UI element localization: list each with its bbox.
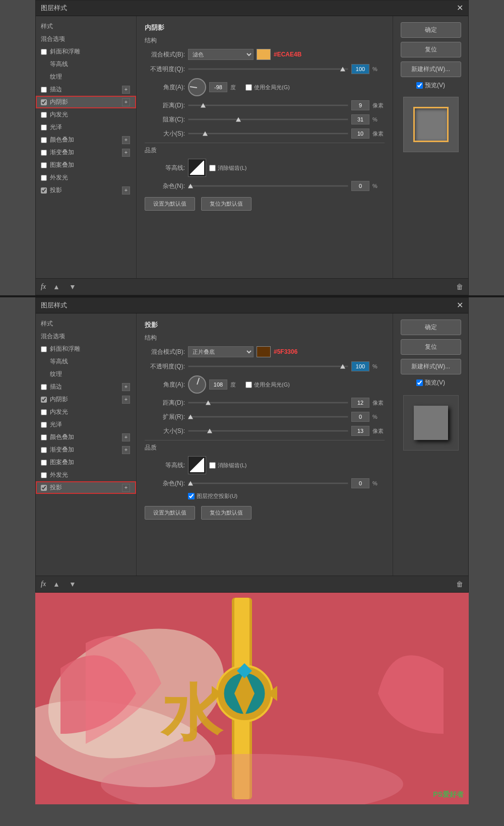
sidebar1-inner-shadow[interactable]: 内阴影 + — [36, 96, 136, 108]
sidebar1-pattern-overlay-check[interactable] — [41, 162, 47, 168]
sidebar2-inner-glow-check[interactable] — [41, 409, 47, 415]
dialog1-choke-input[interactable] — [351, 114, 369, 124]
dialog2-knockout-check[interactable] — [188, 493, 195, 499]
sidebar2-color-overlay[interactable]: 颜色叠加 + — [36, 431, 136, 443]
dialog2-reset-btn[interactable]: 复位 — [401, 339, 461, 355]
sidebar2-gradient-overlay[interactable]: 渐变叠加 + — [36, 443, 136, 456]
dialog1-noise-input[interactable] — [351, 181, 369, 191]
dialog2-antialias-label[interactable]: 消除锯齿(L) — [209, 462, 246, 469]
sidebar2-pattern-overlay[interactable]: 图案叠加 — [36, 456, 136, 469]
sidebar1-bevel-check[interactable] — [41, 49, 47, 55]
dialog2-knockout-label[interactable]: 图层挖空投影(U) — [188, 492, 237, 500]
dialog2-opacity-input[interactable] — [351, 361, 369, 371]
dialog1-reset-btn[interactable]: 复位 — [401, 42, 461, 57]
dialog2-angle-input[interactable] — [209, 379, 227, 390]
sidebar2-contour[interactable]: 等高线 — [36, 355, 136, 368]
dialog2-spread-slider[interactable] — [188, 413, 348, 420]
fx-down-btn1[interactable]: ▼ — [67, 282, 78, 292]
sidebar1-inner-shadow-add[interactable]: + — [122, 98, 130, 106]
dialog1-blend-select[interactable]: 滤色 — [188, 49, 254, 60]
sidebar1-color-overlay-add[interactable]: + — [122, 136, 130, 144]
sidebar1-outer-glow[interactable]: 外发光 — [36, 171, 136, 184]
fx-up-btn2[interactable]: ▲ — [51, 579, 62, 589]
sidebar2-inner-shadow-check[interactable] — [41, 397, 47, 403]
sidebar1-contour[interactable]: 等高线 — [36, 58, 136, 71]
sidebar2-satin-check[interactable] — [41, 422, 47, 428]
fx-down-btn2[interactable]: ▼ — [67, 579, 78, 589]
sidebar1-stroke-add[interactable]: + — [122, 86, 130, 94]
dialog2-global-light-check[interactable] — [245, 382, 252, 388]
dialog1-antialias-label[interactable]: 消除锯齿(L) — [209, 164, 246, 172]
dialog2-global-light-label[interactable]: 使用全局光(G) — [245, 381, 290, 389]
dialog1-preview-check[interactable] — [416, 82, 423, 89]
sidebar2-outer-glow[interactable]: 外发光 — [36, 469, 136, 481]
dialog1-angle-input[interactable] — [209, 82, 227, 92]
sidebar1-color-overlay-check[interactable] — [41, 137, 47, 143]
sidebar2-inner-glow[interactable]: 内发光 — [36, 406, 136, 418]
sidebar2-outer-glow-check[interactable] — [41, 472, 47, 478]
sidebar1-bevel[interactable]: 斜面和浮雕 — [36, 45, 136, 58]
dialog2-contour-preview[interactable] — [188, 456, 206, 474]
dialog1-size-slider[interactable] — [188, 130, 348, 137]
sidebar2-stroke[interactable]: 描边 + — [36, 380, 136, 393]
sidebar2-stroke-check[interactable] — [41, 384, 47, 390]
fx-trash-btn1[interactable]: 🗑 — [456, 283, 463, 291]
dialog2-size-input[interactable] — [351, 426, 369, 436]
dialog1-new-style-btn[interactable]: 新建样式(W)... — [401, 61, 461, 77]
sidebar1-satin-check[interactable] — [41, 124, 47, 131]
dialog2-preview-label[interactable]: 预览(V) — [416, 378, 445, 387]
sidebar2-inner-shadow-add[interactable]: + — [122, 396, 130, 404]
dialog1-color-swatch[interactable] — [257, 49, 271, 60]
sidebar2-pattern-overlay-check[interactable] — [41, 460, 47, 466]
dialog1-opacity-slider[interactable] — [188, 66, 348, 73]
sidebar2-inner-shadow[interactable]: 内阴影 + — [36, 393, 136, 406]
sidebar1-outer-glow-check[interactable] — [41, 175, 47, 181]
sidebar1-inner-shadow-check[interactable] — [41, 99, 47, 105]
dialog1-angle-dial[interactable] — [188, 78, 206, 96]
sidebar2-drop-shadow-check[interactable] — [41, 485, 47, 491]
dialog2-preview-check[interactable] — [416, 379, 423, 386]
sidebar1-drop-shadow-check[interactable] — [41, 187, 47, 194]
sidebar2-stroke-add[interactable]: + — [122, 383, 130, 391]
dialog2-blend-select[interactable]: 正片叠底 — [188, 346, 254, 357]
sidebar1-inner-glow-check[interactable] — [41, 112, 47, 118]
dialog2-antialias-check[interactable] — [209, 462, 216, 469]
dialog1-close-btn[interactable]: ✕ — [457, 4, 463, 12]
dialog2-distance-input[interactable] — [351, 398, 369, 408]
dialog1-global-light-label[interactable]: 使用全局光(G) — [245, 84, 290, 91]
sidebar2-style[interactable]: 样式 — [36, 317, 136, 330]
dialog2-noise-slider[interactable] — [188, 480, 348, 487]
dialog2-close-btn[interactable]: ✕ — [457, 301, 463, 309]
sidebar2-texture[interactable]: 纹理 — [36, 368, 136, 380]
sidebar2-satin[interactable]: 光泽 — [36, 418, 136, 431]
sidebar1-blend[interactable]: 混合选项 — [36, 33, 136, 45]
fx-up-btn1[interactable]: ▲ — [51, 282, 62, 292]
sidebar2-bevel-check[interactable] — [41, 346, 47, 352]
dialog2-set-default-btn[interactable]: 设置为默认值 — [145, 506, 195, 520]
dialog1-confirm-btn[interactable]: 确定 — [401, 22, 461, 38]
sidebar1-satin[interactable]: 光泽 — [36, 121, 136, 134]
sidebar1-drop-shadow-add[interactable]: + — [122, 186, 130, 195]
dialog2-new-style-btn[interactable]: 新建样式(W)... — [401, 359, 461, 374]
sidebar2-color-overlay-add[interactable]: + — [122, 433, 130, 441]
sidebar1-style[interactable]: 样式 — [36, 20, 136, 33]
sidebar2-drop-shadow[interactable]: 投影 + — [36, 481, 136, 494]
dialog1-set-default-btn[interactable]: 设置为默认值 — [145, 197, 195, 211]
dialog1-global-light-check[interactable] — [245, 84, 252, 91]
sidebar1-stroke[interactable]: 描边 + — [36, 83, 136, 96]
dialog2-distance-slider[interactable] — [188, 399, 348, 406]
dialog1-size-input[interactable] — [351, 129, 369, 139]
dialog1-distance-slider[interactable] — [188, 102, 348, 109]
dialog2-size-slider[interactable] — [188, 427, 348, 434]
sidebar1-gradient-overlay[interactable]: 渐变叠加 + — [36, 146, 136, 159]
sidebar1-drop-shadow[interactable]: 投影 + — [36, 184, 136, 197]
dialog2-opacity-slider[interactable] — [188, 363, 348, 370]
sidebar1-gradient-overlay-check[interactable] — [41, 150, 47, 156]
sidebar1-inner-glow[interactable]: 内发光 — [36, 108, 136, 121]
dialog1-distance-input[interactable] — [351, 100, 369, 110]
sidebar2-color-overlay-check[interactable] — [41, 434, 47, 440]
dialog1-preview-label[interactable]: 预览(V) — [416, 81, 445, 90]
dialog1-reset-default-btn[interactable]: 复位为默认值 — [201, 197, 251, 211]
sidebar2-bevel[interactable]: 斜面和浮雕 — [36, 343, 136, 355]
dialog2-color-swatch[interactable] — [257, 346, 271, 357]
